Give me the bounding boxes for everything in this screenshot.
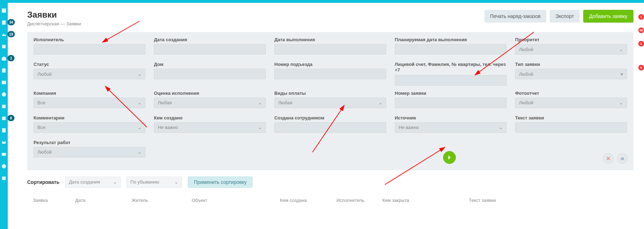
reset-filters-button[interactable] <box>603 153 614 164</box>
svg-rect-1 <box>2 45 6 48</box>
sidebar-item-9[interactable] <box>0 103 7 110</box>
col-request: Заявка <box>33 198 75 203</box>
sort-row: Сортировать Дата создания⌄ По убыванию⌄ … <box>27 177 633 188</box>
chevron-down-icon: ⌄ <box>138 149 142 155</box>
sort-direction-select[interactable]: По убыванию⌄ <box>126 177 182 188</box>
filter-source-select[interactable]: Не важно⌄ <box>395 122 507 133</box>
filter-planned-date: Планируемая дата выполнения <box>395 37 507 57</box>
export-button[interactable]: Экспорт <box>550 10 580 23</box>
filter-house: Дом <box>154 62 266 86</box>
chevron-down-icon: ⌄ <box>619 100 623 105</box>
sidebar-item-10[interactable]: 8 <box>0 115 7 122</box>
sidebar-item-5[interactable]: 3 <box>0 55 7 62</box>
header-buttons: Печать наряд-заказов Экспорт Добавить за… <box>484 10 633 23</box>
sidebar: 34 19 3 8 <box>0 3 8 229</box>
filter-executor: Исполнитель <box>34 37 145 57</box>
sidebar-item-12[interactable] <box>0 139 7 146</box>
page-title: Заявки <box>27 10 81 20</box>
svg-point-4 <box>2 92 6 97</box>
filter-planned-date-input[interactable] <box>395 44 507 55</box>
col-object: Объект <box>192 198 280 203</box>
filter-house-input[interactable] <box>154 69 266 79</box>
svg-rect-6 <box>2 128 6 132</box>
print-button[interactable]: Печать наряд-заказов <box>484 10 546 23</box>
right-badge-3[interactable]: 2 <box>638 41 644 47</box>
sort-field-select[interactable]: Дата создания⌄ <box>65 177 121 188</box>
apply-sort-button[interactable]: Применить сортировку <box>188 177 252 188</box>
col-resident: Житель <box>132 198 192 203</box>
sidebar-item-1[interactable] <box>0 7 7 14</box>
filter-status: СтатусЛюбой⌄ <box>34 62 145 86</box>
filter-payment-select[interactable]: Любая⌄ <box>274 98 386 108</box>
filter-status-select[interactable]: Любой⌄ <box>34 69 145 79</box>
chevron-down-icon: ⌄ <box>138 125 142 130</box>
caret-down-icon: ▾ <box>621 72 623 77</box>
sidebar-item-7[interactable] <box>0 79 7 86</box>
filter-priority: ПриоритетЛюбой⌄ <box>515 37 627 57</box>
filter-done-date-input[interactable] <box>274 44 386 55</box>
sidebar-item-4[interactable] <box>0 43 7 50</box>
filter-executor-input[interactable] <box>34 44 145 55</box>
close-icon <box>606 156 611 161</box>
filter-source: ИсточникНе важно⌄ <box>395 115 507 135</box>
add-request-button[interactable]: Добавить заявку <box>583 10 633 23</box>
filter-entrance-input[interactable] <box>274 69 386 79</box>
chevron-down-icon: ⌄ <box>378 100 382 105</box>
filter-account-input[interactable] <box>395 75 507 86</box>
breadcrumb-link[interactable]: Диспетчерская <box>27 21 59 26</box>
filter-created-by-staff: Создана сотрудником <box>274 115 386 135</box>
sidebar-item-6[interactable] <box>0 67 7 74</box>
filter-comments-select[interactable]: Все⌄ <box>34 122 145 133</box>
breadcrumb-current: Заявки <box>66 21 81 26</box>
sidebar-item-14[interactable] <box>0 163 7 170</box>
top-bar <box>0 0 644 3</box>
chevron-right-icon <box>447 155 452 160</box>
filter-type-select[interactable]: Любой▾ <box>515 69 627 79</box>
sidebar-item-11[interactable] <box>0 127 7 134</box>
filter-grade: Оценка исполненияЛюбая⌄ <box>154 91 266 110</box>
col-created-by: Кем создана <box>280 198 336 203</box>
sidebar-item-2[interactable]: 34 <box>0 19 7 26</box>
chevron-down-icon: ⌄ <box>138 72 142 77</box>
filter-executor-label: Исполнитель <box>34 37 145 42</box>
right-badge-1[interactable]: 1 <box>638 14 644 20</box>
filter-created-date: Дата создания <box>154 37 266 57</box>
svg-rect-0 <box>2 8 6 13</box>
filter-result-select[interactable]: Любой⌄ <box>34 147 145 157</box>
chevron-down-icon: ⌄ <box>619 47 623 52</box>
filter-grade-select[interactable]: Любая⌄ <box>154 98 266 108</box>
sidebar-item-13[interactable] <box>0 151 7 158</box>
filter-created-by-staff-input[interactable] <box>274 122 386 133</box>
filter-created-by-kind: Кем созданоНе важно⌄ <box>154 115 266 135</box>
filter-type: Тип заявкиЛюбой▾ <box>515 62 627 86</box>
filter-number-input[interactable] <box>395 98 507 108</box>
chevron-down-icon: ⌄ <box>113 179 117 185</box>
svg-rect-3 <box>2 81 6 84</box>
collapse-filters-button[interactable] <box>617 153 628 164</box>
filter-photo: ФотоотчетЛюбой⌄ <box>515 91 627 110</box>
svg-rect-2 <box>2 68 6 73</box>
filter-company: КомпанияВсе⌄ <box>34 91 145 110</box>
breadcrumb: Диспетчерская — Заявки <box>27 21 81 26</box>
right-badge-2[interactable]: 36 <box>638 27 644 33</box>
sidebar-item-15[interactable] <box>0 175 7 182</box>
filter-priority-select[interactable]: Любой⌄ <box>515 44 627 55</box>
filter-created-date-input[interactable] <box>154 44 266 55</box>
apply-filters-button[interactable] <box>443 151 456 164</box>
sidebar-item-8[interactable] <box>0 91 7 98</box>
chevron-down-icon: ⌄ <box>499 125 503 130</box>
chevron-down-icon: ⌄ <box>174 179 178 185</box>
svg-rect-5 <box>2 105 6 108</box>
filter-text-input[interactable] <box>515 122 627 133</box>
chevron-down-icon: ⌄ <box>258 100 262 105</box>
filter-entrance: Номер подъезда <box>274 62 386 86</box>
col-text: Текст заявки <box>469 198 633 203</box>
filter-created-by-kind-select[interactable]: Не важно⌄ <box>154 122 266 133</box>
breadcrumb-sep: — <box>59 21 66 26</box>
svg-rect-7 <box>2 153 6 156</box>
right-badge-4[interactable]: 6 <box>638 65 644 70</box>
filter-photo-select[interactable]: Любой⌄ <box>515 98 627 108</box>
header-row: Заявки Диспетчерская — Заявки Печать нар… <box>27 10 633 26</box>
filter-company-select[interactable]: Все⌄ <box>34 98 145 108</box>
sidebar-item-3[interactable]: 19 <box>0 31 7 38</box>
